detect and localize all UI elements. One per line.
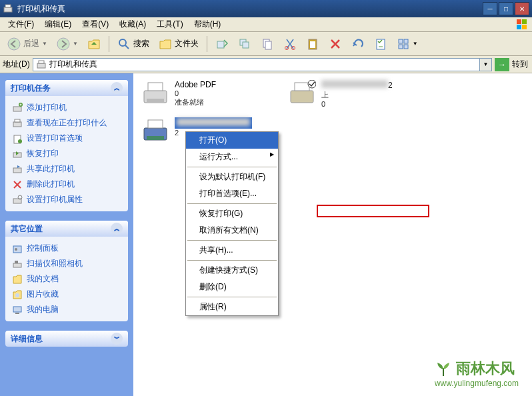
folder-up-icon (87, 37, 101, 51)
back-label: 后退 (23, 38, 39, 49)
folders-label: 文件夹 (175, 38, 199, 49)
copy-icon (261, 37, 274, 51)
up-button[interactable] (84, 35, 104, 53)
address-input[interactable]: 打印机和传真 ▼ (33, 58, 492, 71)
forward-icon (57, 37, 70, 51)
place-label: 扫描仪和照相机 (27, 258, 83, 269)
search-button[interactable]: 搜索 (114, 35, 153, 53)
svg-rect-47 (295, 83, 309, 91)
go-button[interactable]: → (495, 58, 509, 71)
place-documents[interactable]: 我的文档 (8, 271, 125, 287)
svg-rect-41 (13, 307, 21, 312)
svg-line-9 (125, 45, 129, 49)
place-control-panel[interactable]: 控制面板 (8, 241, 125, 256)
back-button[interactable]: 后退 ▼ (4, 35, 51, 53)
close-button[interactable]: ✕ (515, 2, 529, 15)
svg-point-40 (15, 293, 19, 297)
svg-rect-44 (148, 83, 163, 91)
cm-properties[interactable]: 属性(R) (186, 299, 278, 315)
panel-title: 详细信息 (11, 333, 43, 345)
svg-rect-29 (15, 119, 20, 122)
collapse-icon[interactable]: ︽ (111, 223, 123, 235)
svg-rect-33 (13, 168, 21, 173)
task-label: 共享此打印机 (27, 163, 75, 175)
task-resume[interactable]: 恢复打印 (8, 146, 125, 161)
menu-edit[interactable]: 编辑(E) (39, 17, 77, 31)
svg-rect-38 (13, 263, 21, 267)
place-label: 我的电脑 (27, 304, 59, 315)
delete-printer-icon (12, 179, 23, 190)
address-dropdown[interactable]: ▼ (479, 59, 491, 71)
cm-prefs[interactable]: 打印首选项(E)... (186, 185, 278, 202)
delete-button[interactable] (325, 35, 345, 53)
cm-shortcut[interactable]: 创建快捷方式(S) (186, 262, 278, 279)
task-add-printer[interactable]: 添加打印机 (8, 100, 125, 115)
task-properties[interactable]: 设置打印机属性 (8, 192, 125, 207)
task-set-prefs[interactable]: 设置打印首选项 (8, 131, 125, 146)
printer-info: Adobe PDF 0 准备就绪 (175, 80, 216, 107)
address-value: 打印机和传真 (49, 59, 97, 70)
properties-button[interactable] (371, 35, 391, 53)
undo-button[interactable] (348, 35, 368, 53)
svg-rect-18 (310, 41, 315, 48)
printer-status: 上 (321, 90, 393, 100)
printer-item-default[interactable]: 2 上 0 (285, 77, 425, 111)
paste-button[interactable] (303, 35, 323, 53)
panel-printer-tasks: 打印机任务 ︽ 添加打印机 查看现在正在打印什么 设置打印首选项 恢复打印 共享… (5, 80, 128, 211)
panel-header-other[interactable]: 其它位置 ︽ (5, 221, 128, 237)
scanner-icon (12, 259, 23, 269)
addressbar: 地址(D) 打印机和传真 ▼ → 转到 (0, 56, 532, 73)
move-button[interactable] (212, 35, 232, 53)
place-scanners[interactable]: 扫描仪和照相机 (8, 256, 125, 271)
panel-header-details[interactable]: 详细信息 ︾ (5, 331, 128, 347)
svg-point-37 (15, 248, 17, 251)
cm-runas[interactable]: 运行方式... (186, 149, 278, 165)
cm-separator (187, 203, 277, 204)
task-view-queue[interactable]: 查看现在正在打印什么 (8, 115, 125, 131)
menu-file[interactable]: 文件(F) (3, 17, 39, 31)
menu-help[interactable]: 帮助(H) (189, 17, 227, 31)
panel-header-tasks[interactable]: 打印机任务 ︽ (5, 80, 128, 96)
printer-item-adobe-pdf[interactable]: Adobe PDF 0 准备就绪 (139, 77, 279, 110)
menu-view[interactable]: 查看(V) (77, 17, 114, 31)
expand-icon[interactable]: ︾ (111, 333, 123, 345)
task-share[interactable]: 共享此打印机 (8, 161, 125, 177)
copy-to-button[interactable] (235, 35, 255, 53)
cm-share[interactable]: 共享(H)... (186, 242, 278, 259)
menu-tools[interactable]: 工具(T) (151, 17, 188, 31)
move-icon (215, 37, 229, 51)
cut-button[interactable] (280, 35, 300, 53)
cm-resume[interactable]: 恢复打印(G) (186, 205, 278, 222)
cm-separator (187, 260, 277, 261)
dropdown-icon: ▼ (413, 41, 418, 47)
cm-open[interactable]: 打开(O) (186, 132, 278, 149)
place-pictures[interactable]: 图片收藏 (8, 287, 125, 302)
svg-rect-26 (13, 107, 21, 111)
collapse-icon[interactable]: ︽ (111, 82, 123, 94)
folders-button[interactable]: 文件夹 (155, 35, 202, 53)
views-icon (397, 37, 410, 51)
copy-button[interactable] (257, 35, 277, 53)
svg-rect-25 (39, 61, 44, 63)
minimize-button[interactable]: ─ (483, 2, 497, 15)
cm-set-default[interactable]: 设为默认打印机(F) (186, 169, 278, 185)
context-menu: 打开(O) 运行方式... 设为默认打印机(F) 打印首选项(E)... 恢复打… (185, 131, 279, 316)
windows-flag-icon (516, 19, 529, 31)
place-computer[interactable]: 我的电脑 (8, 302, 125, 317)
cm-delete[interactable]: 删除(D) (186, 279, 278, 295)
resume-icon (12, 149, 23, 159)
task-delete[interactable]: 删除此打印机 (8, 177, 125, 192)
printer-icon (141, 80, 169, 105)
share-icon (12, 164, 23, 175)
content-area[interactable]: Adobe PDF 0 准备就绪 2 上 0 2 (133, 73, 532, 396)
cm-cancel-all[interactable]: 取消所有文档(N) (186, 222, 278, 239)
menu-favorites[interactable]: 收藏(A) (114, 17, 151, 31)
maximize-button[interactable]: □ (499, 2, 513, 15)
watermark-brand: 雨林木风 (456, 359, 515, 379)
printer-docs: 0 (321, 100, 393, 108)
dropdown-icon: ▼ (73, 41, 78, 47)
task-label: 恢复打印 (27, 148, 59, 159)
forward-button[interactable]: ▼ (53, 35, 81, 53)
svg-rect-1 (5, 5, 11, 7)
views-button[interactable]: ▼ (393, 35, 421, 53)
